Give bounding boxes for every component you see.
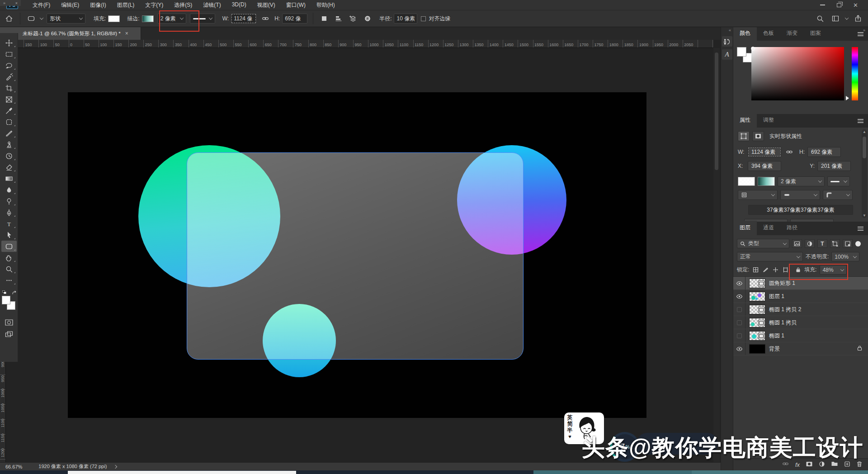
menu-file[interactable]: 文件(F) xyxy=(33,1,50,9)
home-icon[interactable] xyxy=(4,13,14,24)
shape-height-input[interactable]: 692 像 xyxy=(282,14,307,24)
search-icon[interactable] xyxy=(815,13,826,24)
pen-tool[interactable] xyxy=(1,207,17,218)
document-tab[interactable]: 未标题-1 @ 66.7% (圆角矩形 1, RGB/8#) * × xyxy=(0,27,141,40)
edit-toolbar-ellipsis-icon[interactable] xyxy=(1,275,17,286)
canvas-viewport[interactable] xyxy=(6,48,713,462)
menu-select[interactable]: 选择(S) xyxy=(174,1,192,9)
menu-type[interactable]: 文字(Y) xyxy=(145,1,163,9)
properties-scrollbar[interactable]: ▲▼ xyxy=(862,129,867,218)
tab-paths[interactable]: 路径 xyxy=(780,221,804,235)
marquee-tool[interactable] xyxy=(1,48,17,60)
add-layer-mask-icon[interactable] xyxy=(806,461,813,469)
tab-swatches[interactable]: 色板 xyxy=(757,26,780,41)
visibility-eye-icon[interactable] xyxy=(733,290,745,303)
filter-type-layers-icon[interactable]: T xyxy=(817,239,827,248)
healing-brush-tool[interactable] xyxy=(1,116,17,128)
minimize-icon[interactable] xyxy=(820,5,825,5)
shape-width-input[interactable]: 1124 像 xyxy=(231,14,256,24)
tab-adjustments[interactable]: 调整 xyxy=(757,114,780,128)
panel-foreground-swatch[interactable] xyxy=(737,47,746,57)
tool-preset-chevron-icon[interactable] xyxy=(40,16,43,19)
lock-transparency-icon[interactable] xyxy=(752,266,759,274)
opacity-select[interactable]: 100% xyxy=(831,252,859,261)
menu-layer[interactable]: 图层(L) xyxy=(117,1,135,9)
tab-patterns[interactable]: 图案 xyxy=(804,26,827,41)
layer-thumbnail[interactable] xyxy=(749,331,765,341)
align-edges-checkbox[interactable] xyxy=(421,16,426,21)
prop-stroke-swatch[interactable] xyxy=(758,177,775,186)
visibility-eye-icon[interactable] xyxy=(733,303,745,316)
new-adjustment-layer-icon[interactable] xyxy=(819,461,825,469)
lock-position-icon[interactable] xyxy=(772,266,779,274)
lock-image-icon[interactable] xyxy=(762,266,769,274)
layer-row-ellipse-copy2[interactable]: 椭圆 1 拷贝 2 xyxy=(733,303,868,316)
visibility-eye-icon[interactable] xyxy=(733,316,745,329)
dock-collapse-icon[interactable]: » xyxy=(863,28,865,33)
layer-name[interactable]: 背景 xyxy=(769,345,780,353)
current-tool-icon[interactable] xyxy=(26,13,37,24)
layer-thumbnail[interactable] xyxy=(749,344,765,354)
layer-thumbnail[interactable] xyxy=(749,305,765,314)
path-operations-icon[interactable] xyxy=(319,13,330,24)
link-dimensions-icon[interactable] xyxy=(260,13,271,24)
layer-name[interactable]: 椭圆 1 拷贝 xyxy=(769,319,797,327)
filter-pixel-layers-icon[interactable] xyxy=(792,239,802,248)
move-tool[interactable] xyxy=(1,37,17,48)
blur-tool[interactable] xyxy=(1,184,17,195)
prop-stroke-style-select[interactable] xyxy=(827,176,850,186)
default-colors-icon[interactable] xyxy=(2,290,6,294)
menu-view[interactable]: 视图(V) xyxy=(257,1,275,9)
panel-menu-icon[interactable] xyxy=(853,32,868,41)
tab-channels[interactable]: 通道 xyxy=(757,221,780,235)
tab-color[interactable]: 颜色 xyxy=(733,26,757,41)
masks-icon[interactable] xyxy=(752,131,764,141)
toolbar-close-icon[interactable]: × xyxy=(15,1,18,5)
filter-smart-objects-icon[interactable] xyxy=(843,239,853,248)
prop-stroke-width-select[interactable]: 2 像素 xyxy=(778,176,825,186)
hand-tool[interactable] xyxy=(1,252,17,263)
collapse-dock-icon[interactable]: « xyxy=(721,27,733,33)
menu-edit[interactable]: 编辑(E) xyxy=(61,1,79,9)
crop-tool[interactable] xyxy=(1,82,17,94)
saturation-brightness-field[interactable] xyxy=(751,47,844,100)
clone-stamp-tool[interactable] xyxy=(1,139,17,150)
visibility-eye-icon[interactable] xyxy=(733,329,745,342)
prop-fill-swatch[interactable] xyxy=(738,177,755,186)
new-layer-icon[interactable] xyxy=(844,461,850,469)
layer-name[interactable]: 椭圆 1 拷贝 2 xyxy=(769,306,801,313)
lasso-tool[interactable] xyxy=(1,60,17,71)
blend-mode-select[interactable]: 正常 xyxy=(737,252,803,261)
menu-image[interactable]: 图像(I) xyxy=(90,1,106,9)
live-shape-icon[interactable] xyxy=(738,131,750,141)
path-arrangement-icon[interactable] xyxy=(348,13,359,24)
layer-thumbnail[interactable] xyxy=(749,318,765,327)
frame-tool[interactable] xyxy=(1,94,17,105)
corner-radius-summary[interactable]: 37像素37像素37像素37像素 xyxy=(748,205,853,215)
toolbar-expand-icon[interactable]: » xyxy=(3,1,5,5)
type-tool[interactable]: T xyxy=(1,218,17,229)
tab-close-icon[interactable]: × xyxy=(125,30,128,37)
canvas-surface[interactable] xyxy=(68,92,646,418)
filter-adjustment-layers-icon[interactable] xyxy=(805,239,815,248)
rounded-rectangle-tool[interactable] xyxy=(1,241,17,252)
color-field-marker[interactable] xyxy=(751,47,755,51)
hue-slider-marker[interactable] xyxy=(846,96,849,100)
prop-y-input[interactable]: 201 像素 xyxy=(817,161,851,171)
layer-row-ellipse1[interactable]: 椭圆 1 xyxy=(733,329,868,342)
status-chevron-icon[interactable] xyxy=(113,465,117,468)
screen-mode-button[interactable] xyxy=(1,329,17,339)
prop-height-input[interactable]: 692 像素 xyxy=(807,147,841,157)
restore-icon[interactable] xyxy=(837,3,841,7)
radius-input[interactable]: 10 像素 xyxy=(394,14,417,24)
tab-properties[interactable]: 属性 xyxy=(733,114,757,128)
layer-name[interactable]: 椭圆 1 xyxy=(769,332,784,340)
layer-row-layer1[interactable]: 图层 1 xyxy=(733,290,868,303)
character-panel-icon[interactable]: A xyxy=(722,49,732,60)
filter-shape-layers-icon[interactable] xyxy=(830,239,840,248)
visibility-eye-icon[interactable] xyxy=(733,342,745,355)
panel-menu-icon[interactable] xyxy=(853,119,868,128)
align-edges-option[interactable]: 对齐边缘 xyxy=(421,15,450,23)
menu-window[interactable]: 窗口(W) xyxy=(286,1,306,9)
new-group-icon[interactable] xyxy=(831,461,838,468)
